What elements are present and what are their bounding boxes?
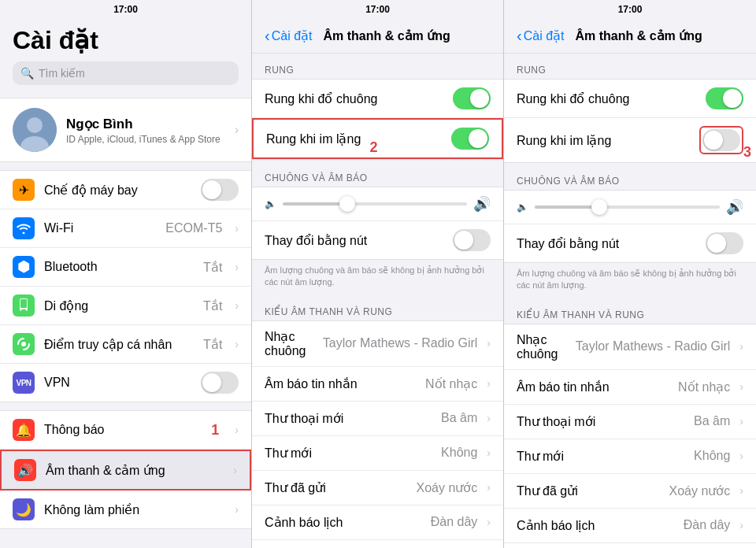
settings-item-didog[interactable]: Di động Tắt › [0,287,251,325]
sound-item-canhbaoloinhac-3[interactable]: Cảnh báo Lời nhắc Đàn dây › [504,543,756,548]
settings-item-airplane[interactable]: ✈ Chế độ máy bay [0,171,251,209]
nhacchuong-value-2: Taylor Mathews - Radio Girl [323,336,478,350]
sound-item-thumoi-3[interactable]: Thư mới Không › [504,439,756,474]
step-3-label: 3 [743,144,751,161]
hotspot-chevron-icon: › [235,338,239,350]
nav-back-2[interactable]: ‹ Cài đặt [265,27,312,45]
rungimlang-toggle-wrapper-3 [699,126,743,154]
time-1: 17:00 [113,4,138,15]
profile-section[interactable]: Ngọc Bình ID Apple, iCloud, iTunes & App… [0,98,251,162]
rungimlang-toggle-2[interactable] [451,128,489,150]
slider-track-2[interactable] [283,202,467,206]
sound-item-ambao-3[interactable]: Âm báo tin nhắn Nốt nhạc › [504,370,756,405]
thudagui-chevron-icon-3: › [739,484,743,497]
bluetooth-icon: ⬢ [13,256,35,278]
section-chuong-2: CHUÔNG VÀ ÂM BÁO [252,161,503,187]
status-bar-2: 17:00 [252,0,503,19]
sound-chevron-icon: › [233,464,237,476]
rungdo-toggle-2[interactable] [453,87,491,109]
sound-item-thaydobang-2[interactable]: Thay đổi bằng nút [252,221,503,259]
profile-name: Ngọc Bình [66,116,225,132]
sound-item-nhacchuong-3[interactable]: Nhạc chuông Taylor Mathews - Radio Girl … [504,324,756,370]
sound-item-thaydobang-3[interactable]: Thay đổi bằng nút [504,224,756,262]
sound-item-thudagui-2[interactable]: Thư đã gửi Xoáy nước › [252,471,503,505]
back-chevron-icon-3: ‹ [517,27,522,45]
settings-item-vpn[interactable]: VPN VPN [0,364,251,402]
sound-item-canhbaoloinhac-2[interactable]: Cảnh báo Lời nhắc Đàn dây › [252,540,503,548]
nav-back-3[interactable]: ‹ Cài đặt [517,27,564,45]
hotspot-icon [13,333,35,355]
sound-item-nhacchuong-2[interactable]: Nhạc chuông Taylor Mathews - Radio Girl … [252,321,503,367]
nav-title-2: Âm thanh & cảm ứng [323,28,450,43]
settings-item-bluetooth[interactable]: ⬢ Bluetooth Tắt › [0,248,251,287]
sound-item-ambao-2[interactable]: Âm báo tin nhắn Nốt nhạc › [252,367,503,402]
settings-item-hotspot[interactable]: Điểm truy cập cá nhân Tắt › [0,325,251,364]
sound-item-thudagui-3[interactable]: Thư đã gửi Xoáy nước › [504,474,756,509]
sound-group-chuong-3: 🔈 🔊 Thay đổi bằng nút [504,190,756,263]
airplane-toggle[interactable] [201,179,239,201]
settings-item-wifi[interactable]: Wi-Fi ECOM-T5 › [0,209,251,248]
sound-item-rungdo-3[interactable]: Rung khi đổ chuông [504,80,756,118]
profile-chevron-icon: › [235,123,239,137]
avatar [13,108,57,152]
slider-thumb-3[interactable] [591,199,607,215]
sound-item-thuthoai-3[interactable]: Thư thoại mới Ba âm › [504,405,756,439]
thaydobang-toggle-2[interactable] [453,229,491,251]
settings-item-sound[interactable]: 🔊 Âm thanh & cảm ứng › [0,450,251,491]
search-bar[interactable]: 🔍 Tìm kiếm [13,61,239,85]
slider-thumb-2[interactable] [339,196,355,212]
wifi-icon [13,217,35,239]
ambao-chevron-icon-2: › [487,377,491,390]
sound-item-canhbaolicb-3[interactable]: Cảnh báo lịch Đàn dây › [504,509,756,543]
sound-item-rungdo-2[interactable]: Rung khi đổ chuông [252,80,503,118]
thudagui-label-2: Thư đã gửi [265,480,409,495]
sound-item-thumoi-2[interactable]: Thư mới Không › [252,436,503,471]
sound-label: Âm thanh & cảm ứng [46,463,220,478]
rungimlang-label-2: Rung khi im lặng [266,131,443,146]
sound-item-rungimlang-3[interactable]: Rung khi im lặng 3 [504,118,756,162]
rungimlang-label-3: Rung khi im lặng [517,133,691,148]
status-bar-3: 17:00 [504,0,756,19]
thuthoai-value-2: Ba âm [441,411,477,425]
svg-rect-5 [20,299,27,308]
nhacchuong-chevron-icon-2: › [487,337,491,350]
rungdo-toggle-3[interactable] [706,87,743,109]
thudagui-label-3: Thư đã gửi [517,483,662,498]
profile-subtitle: ID Apple, iCloud, iTunes & App Store [66,134,225,145]
nav-back-label-3: Cài đặt [524,28,565,43]
slider-track-3[interactable] [535,206,720,209]
step-2-label: 2 [369,139,377,156]
sound-icon: 🔊 [14,459,36,481]
volume-slider-2[interactable]: 🔈 🔊 [252,187,503,221]
ambao-value-3: Nốt nhạc [678,380,730,394]
nav-bar-2: ‹ Cài đặt Âm thanh & cảm ứng [252,19,503,54]
status-bar-1: 17:00 [0,0,251,19]
section-rung-2: RUNG [252,54,503,79]
nav-bar-3: ‹ Cài đặt Âm thanh & cảm ứng [504,19,756,54]
thuthoai-chevron-icon-2: › [487,412,491,424]
svg-rect-4 [21,309,26,311]
bluetooth-value: Tắt [203,260,222,275]
sound-item-rungimlang-2-wrapper: Rung khi im lặng 2 [252,118,503,159]
thudagui-chevron-icon-2: › [487,481,491,494]
vol-small-icon-2: 🔈 [265,198,276,209]
step-1-label: 1 [211,422,219,439]
thaydobang-toggle-3[interactable] [706,232,743,254]
sound-item-canhbaolicb-2[interactable]: Cảnh báo lịch Đàn dây › [252,505,503,540]
time-2: 17:00 [365,4,390,15]
settings-item-donotdisturb[interactable]: 🌙 Không làm phiền › [0,491,251,528]
sound-item-thuthoai-2[interactable]: Thư thoại mới Ba âm › [252,402,503,436]
rungimlang-toggle-3[interactable] [702,129,740,151]
volume-slider-3[interactable]: 🔈 🔊 [504,191,756,224]
didog-chevron-icon: › [235,299,239,312]
sound-item-rungimlang-2[interactable]: Rung khi im lặng [254,120,502,157]
nhacchuong-label-3: Nhạc chuông [517,332,568,361]
thuthoai-chevron-icon-3: › [739,415,743,428]
settings-item-notifications[interactable]: 🔔 Thông báo 1 › [0,411,251,450]
vpn-label: VPN [44,376,191,390]
didog-label: Di động [44,298,194,313]
settings-title: Cài đặt [13,25,239,55]
helper-text-3: Âm lượng chuông và âm báo sẽ không bị ản… [504,265,756,298]
sound-content-3: RUNG Rung khi đổ chuông Rung khi im lặng… [504,54,756,548]
vpn-toggle[interactable] [201,372,239,394]
